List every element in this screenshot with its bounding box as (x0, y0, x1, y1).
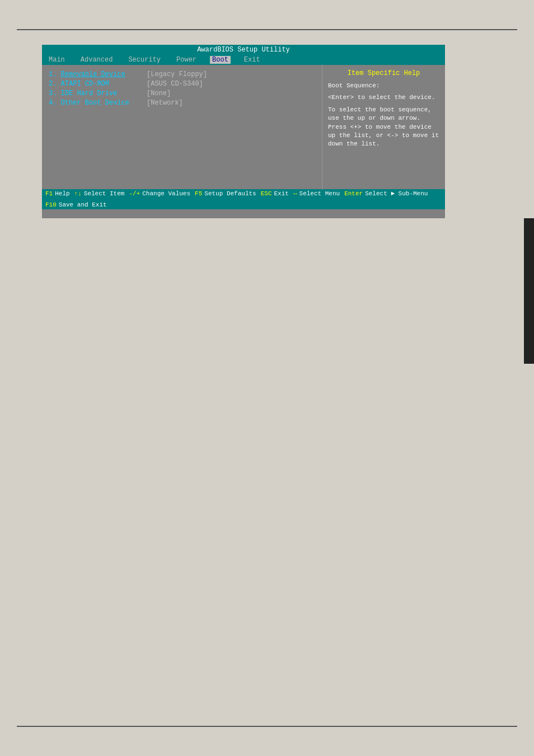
status-lr-desc: Select Menu (299, 190, 340, 197)
help-title: Item Specific Help (328, 69, 439, 77)
boot-item-1[interactable]: 1. Removable Device [Legacy Floppy] (49, 71, 315, 78)
status-arrows-desc: Select Item (84, 190, 125, 197)
right-black-bar (524, 218, 534, 364)
menu-security[interactable]: Security (126, 56, 163, 64)
status-enter-key: Enter (344, 190, 363, 197)
menu-boot[interactable]: Boot (210, 56, 231, 64)
boot-item-4-value: [Network] (147, 99, 183, 107)
top-rule (17, 29, 517, 30)
status-f5-desc: Setup Defaults (204, 190, 256, 197)
bios-right-panel: Item Specific Help Boot Sequence: <Enter… (322, 65, 445, 189)
boot-item-4-num: 4. (49, 99, 61, 107)
boot-item-2-value: [ASUS CD-S340] (147, 80, 203, 88)
status-plusminus-key: -/+ (129, 190, 140, 197)
page-background: AwardBIOS Setup Utility Main Advanced Se… (0, 0, 534, 756)
boot-item-2[interactable]: 2. ATAPI CD-ROM [ASUS CD-S340] (49, 80, 315, 88)
boot-item-3-num: 3. (49, 90, 61, 97)
menu-advanced[interactable]: Advanced (78, 56, 115, 64)
boot-item-2-num: 2. (49, 80, 61, 88)
bios-status-bar: F1 Help ↑↓ Select Item -/+ Change Values… (42, 189, 445, 209)
boot-item-3[interactable]: 3. IDE Hard Drive [None] (49, 90, 315, 97)
boot-item-3-value: [None] (147, 90, 171, 97)
status-f1-key: F1 (45, 190, 53, 197)
bios-title: AwardBIOS Setup Utility (197, 46, 290, 54)
bios-title-bar: AwardBIOS Setup Utility (42, 45, 445, 55)
bios-content: 1. Removable Device [Legacy Floppy] 2. A… (42, 65, 445, 189)
status-esc: ESC Exit (261, 190, 289, 197)
status-f1-desc: Help (55, 190, 69, 197)
bios-left-panel: 1. Removable Device [Legacy Floppy] 2. A… (42, 65, 322, 189)
bottom-rule (17, 726, 517, 727)
boot-item-2-name: ATAPI CD-ROM (61, 80, 109, 88)
menu-main[interactable]: Main (46, 56, 67, 64)
status-f5: F5 Setup Defaults (195, 190, 256, 197)
bios-menu-bar: Main Advanced Security Power Boot Exit (42, 55, 445, 65)
status-f1: F1 Help (45, 190, 70, 197)
boot-item-4-label: 4. Other Boot Device (49, 99, 147, 107)
bios-screen: AwardBIOS Setup Utility Main Advanced Se… (42, 45, 445, 218)
menu-power[interactable]: Power (174, 56, 199, 64)
status-esc-key: ESC (261, 190, 272, 197)
boot-item-1-value: [Legacy Floppy] (147, 71, 207, 78)
menu-exit[interactable]: Exit (242, 56, 263, 64)
boot-item-1-num: 1. (49, 71, 61, 78)
boot-item-3-label: 3. IDE Hard Drive (49, 90, 147, 97)
boot-item-4-name: Other Boot Device (61, 99, 129, 107)
status-plusminus-desc: Change Values (142, 190, 190, 197)
status-f10: F10 Save and Exit (45, 201, 107, 208)
help-para-2: <Enter> to select the device. (328, 93, 439, 102)
status-arrows-key: ↑↓ (74, 190, 82, 197)
boot-item-1-label: 1. Removable Device (49, 71, 147, 78)
status-enter: Enter Select ► Sub-Menu (344, 190, 428, 197)
boot-item-4[interactable]: 4. Other Boot Device [Network] (49, 99, 315, 107)
status-f10-desc: Save and Exit (59, 201, 107, 208)
help-para-1: Boot Sequence: (328, 82, 439, 90)
help-para-3: To select the boot sequence, use the up … (328, 106, 439, 149)
status-lr-key: ↔ (293, 190, 297, 197)
boot-item-3-name: IDE Hard Drive (61, 90, 118, 97)
status-arrows-item: ↑↓ Select Item (74, 190, 125, 197)
status-f5-key: F5 (195, 190, 202, 197)
status-lr-arrows: ↔ Select Menu (293, 190, 340, 197)
status-enter-desc: Select ► Sub-Menu (365, 190, 428, 197)
boot-item-1-name: Removable Device (61, 71, 125, 78)
status-plusminus: -/+ Change Values (129, 190, 190, 197)
boot-item-2-label: 2. ATAPI CD-ROM (49, 80, 147, 88)
status-f10-key: F10 (45, 201, 57, 208)
status-esc-desc: Exit (274, 190, 289, 197)
